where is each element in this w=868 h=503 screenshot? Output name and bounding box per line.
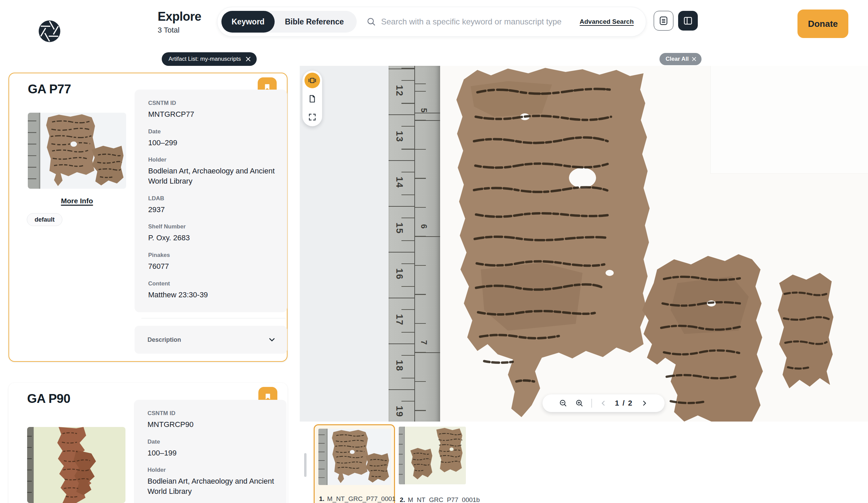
field-label: Date xyxy=(148,128,287,135)
field-value: 2937 xyxy=(148,205,287,215)
ruler-number: 12 xyxy=(394,85,404,97)
chevron-left-icon xyxy=(599,399,608,407)
ruler-number: 17 xyxy=(394,314,404,325)
field-label: CSNTM ID xyxy=(147,410,287,417)
thumbnail-label: M_NT_GRC_P77_0001b xyxy=(408,496,480,503)
tab-bible-reference[interactable]: Bible Reference xyxy=(275,11,354,33)
description-label: Description xyxy=(147,336,181,343)
tag-chip-default: default xyxy=(27,213,62,226)
manuscript-title: GA P77 xyxy=(28,82,71,97)
description-accordion[interactable]: Description xyxy=(135,326,287,354)
manuscript-card-p77[interactable]: GA P77 More Info default CSNTM IDMNTGRCP… xyxy=(9,73,288,362)
clear-all-label: Clear All xyxy=(665,56,689,62)
field-value: Matthew 23:30-39 xyxy=(148,290,287,300)
thumbnail-image xyxy=(399,426,466,484)
search-icon xyxy=(366,17,376,27)
viewer-controls: 1 / 2 xyxy=(542,394,664,412)
manuscript-card-p90[interactable]: GA P90 CSNTM IDMNTGRCP90 Date100–199 Hol… xyxy=(9,383,288,503)
zoom-in-icon xyxy=(575,399,584,408)
advanced-search-link[interactable]: Advanced Search xyxy=(580,18,634,26)
thumbnail-index: 1. xyxy=(319,495,324,502)
carousel-icon xyxy=(308,76,317,85)
divider xyxy=(591,399,592,408)
field-label: Content xyxy=(148,280,287,287)
zoom-in-button[interactable] xyxy=(575,399,584,408)
split-view-icon xyxy=(683,16,693,26)
results-total: 3 Total xyxy=(158,26,202,34)
previous-page-button[interactable] xyxy=(599,399,608,407)
zoom-out-icon xyxy=(559,399,568,408)
title-block: Explore 3 Total xyxy=(158,10,202,34)
field-label: Holder xyxy=(148,157,287,163)
thumbnail-index: 2. xyxy=(400,496,405,503)
thumbnail-caption: 1.M_NT_GRC_P77_0001a xyxy=(319,495,399,503)
zoom-out-button[interactable] xyxy=(559,399,568,408)
clear-all-close-icon xyxy=(691,56,697,62)
thumbnail-label: M_NT_GRC_P77_0001a xyxy=(327,495,399,502)
manuscript-title: GA P90 xyxy=(27,392,70,406)
next-page-button[interactable] xyxy=(640,399,648,407)
field-value: 100–199 xyxy=(147,448,287,458)
ruler-number: 18 xyxy=(394,360,404,371)
search-bar: Keyword Bible Reference Advanced Search xyxy=(217,7,646,37)
field-value: P. Oxy. 2683 xyxy=(148,233,287,243)
ruler-number: 14 xyxy=(394,177,404,188)
field-label: Date xyxy=(147,439,287,445)
page-thumbnail-1[interactable]: 1.M_NT_GRC_P77_0001a xyxy=(314,424,395,503)
papyrus-fragments-image[interactable] xyxy=(440,66,868,422)
search-mode-toggle: Keyword Bible Reference xyxy=(221,11,357,33)
field-label: CSNTM ID xyxy=(148,100,287,107)
more-info-link[interactable]: More Info xyxy=(28,197,126,205)
viewer-toolbar xyxy=(302,71,322,126)
details-panel: CSNTM IDMNTGRCP90 Date100–199 HolderBodl… xyxy=(134,400,287,503)
details-panel: CSNTM IDMNTGRCP77 Date100–299 HolderBodl… xyxy=(135,90,287,312)
list-view-button[interactable] xyxy=(654,11,673,31)
image-viewer[interactable]: 12 13 14 15 16 17 18 19 5 6 7 xyxy=(300,66,868,422)
list-view-icon xyxy=(659,16,669,26)
ruler-number: 19 xyxy=(394,405,404,417)
chevron-down-icon xyxy=(268,335,276,344)
field-value: 76077 xyxy=(148,261,287,272)
gallery-view-button[interactable] xyxy=(304,73,320,88)
csntm-logo xyxy=(38,20,61,43)
thumbnail-caption: 2.M_NT_GRC_P77_0001b xyxy=(400,496,480,503)
split-view-button[interactable] xyxy=(678,11,698,31)
search-input[interactable] xyxy=(381,17,580,27)
field-value: 100–299 xyxy=(148,138,287,148)
single-page-button[interactable] xyxy=(304,91,320,107)
ruler-number: 15 xyxy=(394,222,404,234)
ruler-number: 16 xyxy=(394,268,404,280)
field-value: Bodleian Art, Archaeology and Ancient Wo… xyxy=(147,476,287,496)
page-indicator: 1 / 2 xyxy=(615,399,633,408)
divider xyxy=(141,318,286,318)
filter-chip-artifact-list[interactable]: Artifact List: my-manuscripts xyxy=(162,52,257,66)
field-label: Holder xyxy=(147,467,287,473)
ruler-number: 5 xyxy=(419,108,428,113)
chevron-right-icon xyxy=(640,399,648,407)
field-label: LDAB xyxy=(148,195,287,202)
fullscreen-icon xyxy=(308,113,317,121)
field-label: Pinakes xyxy=(148,252,287,259)
fullscreen-button[interactable] xyxy=(304,109,320,125)
filter-chip-label: Artifact List: my-manuscripts xyxy=(168,56,241,62)
tab-keyword[interactable]: Keyword xyxy=(221,11,275,33)
thumbnail-image xyxy=(318,429,391,485)
field-value: MNTGRCP90 xyxy=(147,420,287,430)
view-toggle-group xyxy=(654,11,698,31)
field-value: Bodleian Art, Archaeology and Ancient Wo… xyxy=(148,166,287,186)
page-thumbnail-2[interactable]: 2.M_NT_GRC_P77_0001b xyxy=(395,424,468,503)
ruler-number: 13 xyxy=(394,131,404,142)
scan-ruler: 12 13 14 15 16 17 18 19 5 6 7 xyxy=(389,66,440,422)
clear-all-chip[interactable]: Clear All xyxy=(660,53,702,65)
page-icon xyxy=(308,94,317,103)
field-label: Shelf Number xyxy=(148,223,287,230)
remove-filter-icon[interactable] xyxy=(245,56,251,62)
manuscript-thumbnail[interactable] xyxy=(27,427,125,503)
field-value: MNTGRCP77 xyxy=(148,109,287,120)
page-title: Explore xyxy=(158,10,202,24)
thumbnail-scrollbar[interactable] xyxy=(304,453,307,477)
donate-button[interactable]: Donate xyxy=(797,10,848,38)
manuscript-thumbnail[interactable] xyxy=(28,113,126,189)
ruler-number: 6 xyxy=(419,224,428,229)
ruler-number: 7 xyxy=(419,340,428,345)
